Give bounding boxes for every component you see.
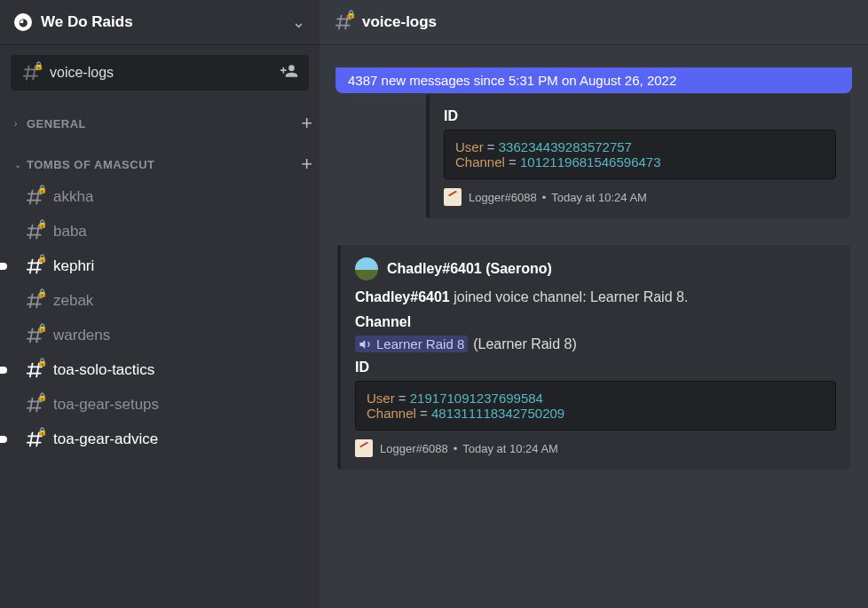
channel-toa-gear-setups[interactable]: 🔒toa-gear-setups [7,388,312,422]
sidebar: ◕ We Do Raids ⌄ 🔒 voice-logs ›GENERAL+⌄T… [0,0,320,608]
log-embed: Chadley#6401 (Saerono)Chadley#6401 joine… [337,245,850,470]
channel-toa-solo-tactics[interactable]: 🔒toa-solo-tactics [7,353,312,387]
log-embed: IDUser = 336234439283572757Channel = 101… [426,94,850,218]
embed-footer: Logger#6088•Today at 10:24 AM [444,188,836,206]
search-text: voice-logs [50,65,280,81]
chevron-down-icon: ⌄ [292,12,305,32]
id-codeblock: User = 219171091237699584Channel = 48131… [355,381,836,430]
channel-label: wardens [53,327,110,344]
channel-zebak[interactable]: 🔒zebak [7,284,312,318]
messages-container[interactable]: IDUser = 336234439283572757Channel = 101… [320,44,868,608]
logger-icon [444,188,462,206]
field-id-title: ID [355,359,836,375]
new-messages-bar[interactable]: 4387 new messages since 5:31 PM on Augus… [335,67,852,93]
channel-label: toa-gear-advice [53,430,158,448]
category-label: TOMBS OF AMASCUT [27,158,301,171]
embed-author: Chadley#6401 (Saerono) [355,257,836,280]
chevron-down-icon: ⌄ [14,160,23,170]
channel-title: voice-logs [362,13,437,31]
hash-locked-icon: 🔒 [25,187,44,207]
chevron-right-icon: › [14,119,23,129]
author-name: Chadley#6401 (Saerono) [387,261,552,277]
avatar [355,257,378,280]
hash-locked-icon: 🔒 [25,291,44,311]
hash-locked-icon: 🔒 [334,12,353,32]
hash-locked-icon: 🔒 [25,360,44,380]
footer-timestamp: Today at 10:24 AM [462,442,558,455]
add-user-icon[interactable] [280,62,298,83]
channel-search[interactable]: 🔒 voice-logs [11,55,309,91]
hash-locked-icon: 🔒 [21,63,41,83]
id-codeblock: User = 336234439283572757Channel = 10121… [444,130,836,179]
footer-timestamp: Today at 10:24 AM [551,191,647,204]
embed-footer: Logger#6088•Today at 10:24 AM [355,439,836,457]
logger-icon [355,439,373,457]
channel-wardens[interactable]: 🔒wardens [7,319,312,352]
channel-baba[interactable]: 🔒baba [7,215,312,249]
field-id-title: ID [444,108,836,124]
voice-channel-mention[interactable]: Learner Raid 8 [355,336,468,352]
hash-locked-icon: 🔒 [25,430,44,449]
channel-akkha[interactable]: 🔒akkha [7,180,312,214]
server-name: We Do Raids [41,13,292,31]
main-content: 🔒 voice-logs 4387 new messages since 5:3… [320,0,868,608]
channel-label: akkha [53,188,93,206]
channel-toa-gear-advice[interactable]: 🔒toa-gear-advice [7,422,312,456]
server-icon: ◕ [14,13,32,31]
channel-label: baba [53,223,87,241]
channel-kephri[interactable]: 🔒kephri [7,249,312,283]
footer-author: Logger#6088 [469,191,537,204]
plus-icon[interactable]: + [301,112,312,135]
embed-description: Chadley#6401 joined voice channel: Learn… [355,289,836,305]
channel-label: toa-solo-tactics [53,361,154,379]
channel-label: kephri [53,257,94,275]
hash-locked-icon: 🔒 [25,395,44,415]
channel-label: zebak [53,292,93,310]
channel-header: 🔒 voice-logs [320,0,868,44]
category-label: GENERAL [27,117,301,130]
hash-locked-icon: 🔒 [25,326,44,345]
server-header[interactable]: ◕ We Do Raids ⌄ [0,0,320,44]
channel-label: toa-gear-setups [53,396,159,414]
category-general[interactable]: ›GENERAL+ [0,98,320,138]
channel-paren: (Learner Raid 8) [473,336,577,352]
field-channel-title: Channel [355,314,836,330]
plus-icon[interactable]: + [301,153,312,176]
hash-locked-icon: 🔒 [25,222,44,241]
footer-author: Logger#6088 [380,442,448,455]
hash-locked-icon: 🔒 [25,257,44,276]
category-tombs-of-amascut[interactable]: ⌄TOMBS OF AMASCUT+ [0,138,320,179]
